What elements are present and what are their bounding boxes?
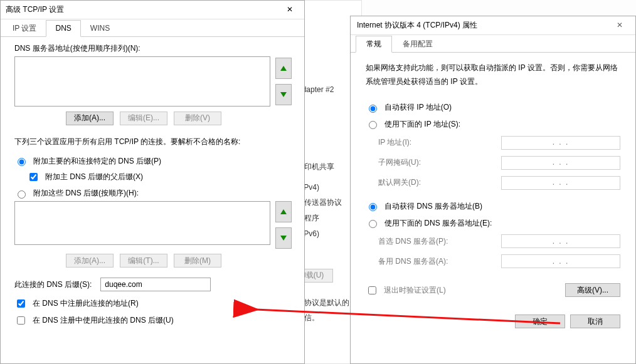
radio-use-dns-label: 使用下面的 DNS 服务器地址(E): [384, 218, 492, 229]
close-button[interactable]: ✕ [280, 3, 299, 18]
dns-move-up-button[interactable] [275, 58, 292, 79]
tab-alt-config[interactable]: 备用配置 [392, 36, 443, 53]
checkbox-use-suffix-in-reg[interactable] [17, 316, 25, 325]
advanced-title: 高级 TCP/IP 设置 [6, 4, 64, 15]
advanced-titlebar: 高级 TCP/IP 设置 ✕ [1, 1, 304, 19]
ipv4-title: Internet 协议版本 4 (TCP/IPv4) 属性 [357, 20, 477, 31]
radio-use-ip-label: 使用下面的 IP 地址(S): [384, 119, 460, 130]
checkbox-append-parent[interactable] [29, 173, 38, 181]
arrow-down-icon [280, 92, 287, 97]
checkbox-validate-on-exit-label: 退出时验证设置(L) [384, 285, 446, 296]
ipv4-properties-dialog: Internet 协议版本 4 (TCP/IPv4) 属性 ✕ 常规 备用配置 … [350, 16, 636, 364]
radio-append-primary-label: 附加主要的和连接特定的 DNS 后缀(P) [33, 156, 161, 167]
suffix-edit-button[interactable]: 编辑(T)... [120, 254, 167, 268]
suffix-add-button[interactable]: 添加(A)... [66, 254, 114, 268]
ok-button[interactable]: 确定 [515, 315, 565, 328]
radio-auto-dns-label: 自动获得 DNS 服务器地址(B) [384, 201, 482, 212]
radio-append-primary[interactable] [18, 158, 26, 166]
input-ip-address[interactable]: . . . [501, 136, 620, 150]
lbl-ip-address: IP 地址(I): [378, 137, 411, 148]
input-alt-dns[interactable]: . . . [501, 254, 620, 268]
checkbox-register-in-dns-label: 在 DNS 中注册此连接的地址(R) [33, 298, 139, 309]
ipv4-titlebar: Internet 协议版本 4 (TCP/IPv4) 属性 ✕ [351, 16, 635, 35]
close-icon: ✕ [617, 20, 623, 31]
advanced-tabs: IP 设置 DNS WINS [1, 19, 304, 37]
arrow-up-icon [280, 66, 287, 71]
three-settings-note: 下列三个设置应用于所有启用 TCP/IP 的连接。要解析不合格的名称: [14, 137, 292, 147]
radio-use-ip[interactable] [369, 121, 377, 129]
radio-auto-dns[interactable] [369, 203, 377, 211]
radio-auto-ip[interactable] [369, 105, 377, 113]
tab-wins[interactable]: WINS [81, 20, 119, 37]
lbl-subnet-mask: 子网掩码(U): [378, 157, 421, 168]
dns-suffix-listbox[interactable] [14, 201, 270, 245]
tab-general[interactable]: 常规 [356, 36, 392, 53]
dns-remove-button[interactable]: 删除(V) [174, 112, 221, 125]
input-subnet-mask[interactable]: . . . [501, 156, 620, 170]
advanced-button[interactable]: 高级(V)... [565, 283, 620, 297]
suffix-remove-button[interactable]: 删除(M) [174, 254, 221, 268]
dns-add-button[interactable]: 添加(A)... [66, 112, 114, 125]
lbl-alt-dns: 备用 DNS 服务器(A): [378, 256, 448, 267]
radio-append-these-label: 附加这些 DNS 后缀(按顺序)(H): [33, 188, 139, 199]
radio-use-dns[interactable] [369, 220, 377, 228]
radio-append-these[interactable] [18, 190, 26, 199]
close-button[interactable]: ✕ [610, 18, 629, 33]
conn-suffix-input[interactable] [100, 278, 211, 291]
dns-move-down-button[interactable] [275, 84, 292, 105]
input-default-gateway[interactable]: . . . [501, 176, 620, 190]
lbl-default-gateway: 默认网关(D): [378, 177, 421, 188]
arrow-down-icon [280, 236, 287, 241]
tab-dns[interactable]: DNS [46, 20, 80, 37]
ipv4-intro-text: 如果网络支持此功能，则可以获取自动指派的 IP 设置。否则，你需要从网络系统管理… [366, 61, 620, 88]
conn-suffix-label: 此连接的 DNS 后缀(S): [14, 279, 92, 290]
input-pref-dns[interactable]: . . . [501, 234, 620, 248]
checkbox-append-parent-label: 附加主 DNS 后缀的父后缀(X) [45, 172, 143, 182]
radio-auto-ip-label: 自动获得 IP 地址(O) [384, 102, 452, 113]
cancel-button[interactable]: 取消 [570, 315, 620, 328]
suffix-move-down-button[interactable] [275, 227, 292, 249]
close-icon: ✕ [287, 4, 293, 15]
dns-edit-button[interactable]: 编辑(E)... [120, 112, 167, 125]
lbl-pref-dns: 首选 DNS 服务器(P): [378, 236, 448, 247]
advanced-tcpip-dialog: 高级 TCP/IP 设置 ✕ IP 设置 DNS WINS DNS 服务器地址(… [0, 0, 305, 364]
checkbox-validate-on-exit[interactable] [368, 286, 376, 294]
dns-servers-label: DNS 服务器地址(按使用顺序排列)(N): [14, 43, 292, 54]
tab-ip-settings[interactable]: IP 设置 [3, 20, 46, 37]
checkbox-register-in-dns[interactable] [17, 299, 25, 308]
checkbox-use-suffix-in-reg-label: 在 DNS 注册中使用此连接的 DNS 后缀(U) [33, 315, 174, 326]
dns-servers-listbox[interactable] [14, 56, 270, 107]
arrow-up-icon [280, 209, 287, 214]
ipv4-tabs: 常规 备用配置 [351, 35, 635, 53]
suffix-move-up-button[interactable] [275, 201, 292, 222]
